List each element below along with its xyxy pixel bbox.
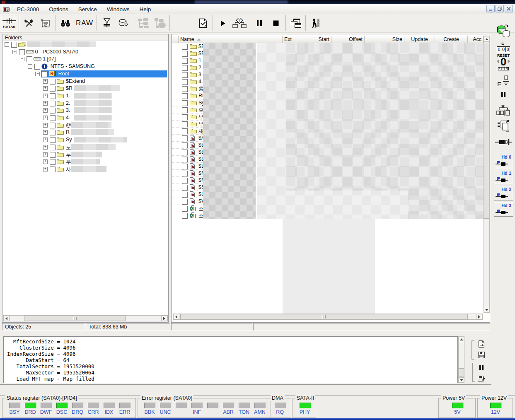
- tree-checkbox[interactable]: [11, 42, 17, 48]
- save-data-button[interactable]: [115, 15, 132, 32]
- column-header-offset[interactable]: Offset: [331, 36, 365, 43]
- row-checkbox[interactable]: [182, 65, 188, 71]
- tree-checkbox[interactable]: [19, 49, 25, 55]
- list-vscrollbar[interactable]: [484, 36, 490, 313]
- hd2-button[interactable]: Hd 2: [494, 186, 513, 200]
- expand-toggle[interactable]: +: [43, 152, 48, 157]
- mode-wizard-button[interactable]: ?: [231, 15, 248, 32]
- hd1-button[interactable]: Hd 1: [494, 170, 513, 184]
- tree-item-107[interactable]: −1 [07]: [3, 56, 168, 63]
- menu-item-options[interactable]: Options: [45, 5, 72, 13]
- list-hscrollbar[interactable]: [173, 314, 483, 320]
- minimize-button[interactable]: [486, 5, 495, 12]
- expand-toggle[interactable]: +: [43, 86, 48, 91]
- list-vscroll-thumb[interactable]: [484, 43, 489, 219]
- row-checkbox[interactable]: [182, 150, 188, 155]
- menu-item-windows[interactable]: Windows: [103, 5, 133, 13]
- row-checkbox[interactable]: [182, 121, 188, 127]
- tree-checkbox[interactable]: [42, 71, 48, 77]
- pause-side-button[interactable]: [494, 92, 513, 97]
- map-objects-button[interactable]: [135, 15, 152, 32]
- menu-item-help[interactable]: Help: [136, 5, 155, 13]
- expand-toggle[interactable]: +: [43, 116, 48, 120]
- tree-item-root[interactable]: −RRoot: [3, 70, 168, 77]
- filter-button[interactable]: [99, 15, 115, 32]
- row-checkbox[interactable]: [182, 72, 188, 78]
- tree-hscrollbar[interactable]: [3, 315, 168, 321]
- row-checkbox[interactable]: [182, 142, 188, 148]
- copy-objects-button[interactable]: [152, 15, 168, 32]
- open-task-button[interactable]: [195, 15, 211, 32]
- restore-button[interactable]: [496, 5, 504, 12]
- row-checkbox[interactable]: [182, 135, 188, 141]
- expand-toggle[interactable]: +: [43, 101, 48, 106]
- expand-toggle[interactable]: +: [43, 79, 48, 84]
- abort-chain-button[interactable]: [494, 104, 513, 116]
- tree-item-$extend[interactable]: +$Extend: [3, 78, 168, 85]
- expand-toggle[interactable]: +: [43, 130, 48, 135]
- log-vscroll-up-button[interactable]: [459, 337, 464, 342]
- pause-button[interactable]: [251, 15, 268, 32]
- tree-checkbox[interactable]: [50, 137, 56, 143]
- column-header-update[interactable]: Update: [404, 36, 435, 43]
- row-checkbox[interactable]: [182, 178, 188, 183]
- recalibration-button[interactable]: 0: [494, 56, 513, 71]
- expand-toggle[interactable]: −: [5, 42, 9, 47]
- tree-item-누[interactable]: +누: [3, 151, 168, 158]
- tree-checkbox[interactable]: [50, 115, 56, 121]
- row-checkbox[interactable]: [182, 213, 188, 219]
- expand-toggle[interactable]: +: [43, 108, 48, 113]
- row-checkbox[interactable]: [182, 128, 188, 134]
- reset-drive-button[interactable]: 1000RESET: [494, 41, 513, 58]
- tree-item-@[interactable]: +@: [3, 122, 168, 129]
- expand-toggle[interactable]: +: [43, 167, 48, 171]
- tree-hscroll-right-button[interactable]: [161, 316, 167, 321]
- row-checkbox[interactable]: [182, 192, 188, 198]
- row-checkbox[interactable]: [182, 58, 188, 64]
- row-checkbox[interactable]: [182, 114, 188, 120]
- column-header-size[interactable]: Size: [365, 36, 404, 43]
- column-header-acc[interactable]: Acc: [468, 36, 484, 43]
- row-checkbox[interactable]: [182, 107, 188, 113]
- expand-toggle[interactable]: −: [28, 64, 32, 69]
- log-vscrollbar[interactable]: [458, 336, 464, 383]
- column-header-ext[interactable]: Ext: [283, 36, 298, 43]
- expand-toggle[interactable]: −: [12, 50, 17, 54]
- tree-item-3.[interactable]: +3.: [3, 107, 168, 114]
- hd3-button[interactable]: Hd 3: [494, 202, 513, 217]
- tree-checkbox[interactable]: [50, 159, 56, 165]
- tree-checkbox[interactable]: [50, 108, 56, 113]
- exit-button[interactable]: [307, 15, 324, 32]
- tree-item-0-pc3000sata0[interactable]: −0 - PC3000 SATA0: [3, 48, 168, 56]
- close-button[interactable]: [505, 5, 513, 12]
- tree-checkbox[interactable]: [50, 123, 56, 128]
- stop-button[interactable]: [268, 15, 284, 32]
- tree-item-sy[interactable]: +Sy: [3, 136, 168, 143]
- tree-checkbox[interactable]: [50, 130, 56, 135]
- tree-item-도[interactable]: +도: [3, 144, 168, 151]
- hd0-button[interactable]: Hd 0: [494, 154, 513, 168]
- tree-hscroll-thumb[interactable]: [24, 316, 126, 321]
- log-open-button[interactable]: [476, 339, 486, 349]
- column-header-create[interactable]: Create: [435, 36, 468, 43]
- column-header-gutter[interactable]: [172, 36, 179, 43]
- row-checkbox[interactable]: [182, 86, 188, 92]
- tree-checkbox[interactable]: [50, 145, 56, 150]
- expand-toggle[interactable]: +: [43, 138, 48, 142]
- log-record-button[interactable]: [476, 373, 486, 383]
- row-checkbox[interactable]: [182, 171, 188, 176]
- list-hscroll-thumb[interactable]: [180, 314, 468, 319]
- head-test-button[interactable]: [494, 75, 513, 88]
- row-checkbox[interactable]: [182, 164, 188, 169]
- tree-checkbox[interactable]: [50, 79, 56, 84]
- list-hscroll-left-button[interactable]: [173, 314, 179, 319]
- tree-item-r[interactable]: +R: [3, 129, 168, 136]
- row-checkbox[interactable]: [182, 51, 188, 57]
- data-extractor-button[interactable]: [494, 24, 513, 39]
- log-pause-button[interactable]: [476, 363, 486, 373]
- tree-item-1.[interactable]: +1.: [3, 92, 168, 99]
- row-checkbox[interactable]: [182, 199, 188, 205]
- expand-toggle[interactable]: −: [35, 72, 40, 76]
- tree-item-$r[interactable]: +$R: [3, 85, 168, 92]
- list-vscroll-down-button[interactable]: [484, 307, 489, 313]
